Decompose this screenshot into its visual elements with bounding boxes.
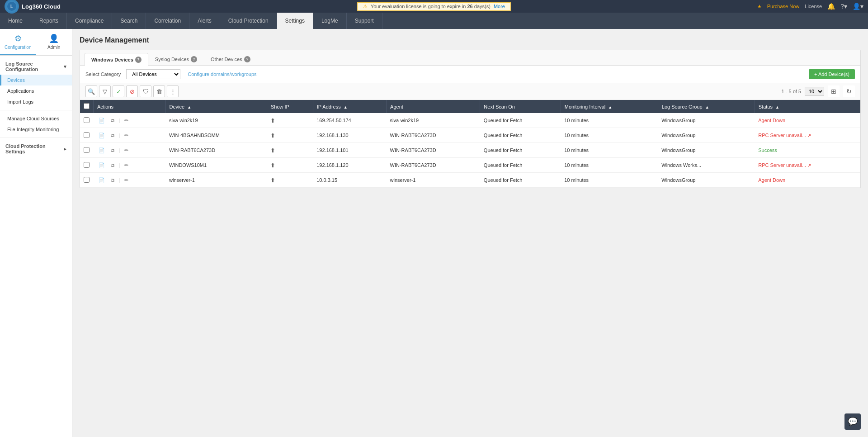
nav-tab-search[interactable]: Search — [112, 13, 146, 29]
row-device-4: winserver-1 — [165, 173, 267, 188]
row-checkbox-cell — [80, 143, 94, 158]
row-edit-btn-2[interactable]: ✏ — [122, 146, 131, 155]
row-ip-1: 192.168.1.130 — [313, 128, 386, 143]
tab-syslog-devices[interactable]: Syslog Devices ? — [148, 53, 204, 65]
row-copy-btn-1[interactable]: ⧉ — [108, 131, 117, 140]
sidebar-item-file-integrity[interactable]: File Integrity Monitoring — [0, 124, 72, 135]
tab-other-devices[interactable]: Other Devices ? — [204, 53, 257, 65]
th-next-scan: Next Scan On — [480, 100, 561, 113]
sidebar-section-header-log-source[interactable]: Log Source Configuration ▾ — [0, 58, 72, 75]
sidebar-item-import-logs[interactable]: Import Logs — [0, 96, 72, 107]
row-checkbox-4[interactable] — [84, 177, 90, 183]
column-settings-btn[interactable]: ⊞ — [828, 86, 840, 97]
th-status[interactable]: Status ▲ — [755, 100, 860, 113]
row-details-btn-1[interactable]: 📄 — [97, 131, 106, 140]
nav-tab-logme[interactable]: LogMe — [313, 13, 347, 29]
logo: L Log360 Cloud — [5, 0, 61, 14]
other-devices-help-icon[interactable]: ? — [244, 56, 250, 62]
sidebar-configuration-btn[interactable]: ⚙ Configuration — [0, 29, 36, 55]
page-size-select[interactable]: 10 25 50 — [805, 87, 824, 96]
row-edit-btn-1[interactable]: ✏ — [122, 131, 131, 140]
row-next-scan-4: Queued for Fetch — [480, 173, 561, 188]
nav-tab-compliance[interactable]: Compliance — [67, 13, 112, 29]
select-all-checkbox[interactable] — [84, 103, 90, 109]
sidebar-item-applications[interactable]: Applications — [0, 86, 72, 96]
monitoring-sort-icon: ▲ — [608, 105, 612, 109]
filter-action-btn[interactable]: ▽ — [99, 86, 111, 97]
chevron-down-icon: ▾ — [64, 64, 66, 70]
help-icon[interactable]: ?▾ — [840, 3, 847, 10]
th-device[interactable]: Device ▲ — [165, 100, 267, 113]
more-action-btn[interactable]: ⋮ — [167, 86, 179, 97]
row-ip-0: 169.254.50.174 — [313, 113, 386, 128]
row-next-scan-0: Queued for Fetch — [480, 113, 561, 128]
bell-icon[interactable]: 🔔 — [827, 3, 835, 10]
nav-tab-cloud-protection[interactable]: Cloud Protection — [220, 13, 277, 29]
row-checkbox-2[interactable] — [84, 147, 90, 153]
refresh-btn[interactable]: ↻ — [843, 86, 855, 97]
sidebar-item-devices[interactable]: Devices — [0, 75, 72, 86]
user-icon[interactable]: 👤▾ — [853, 3, 863, 10]
sidebar-item-import-logs-label: Import Logs — [7, 99, 33, 104]
nav-tab-home[interactable]: Home — [0, 13, 31, 29]
row-log-source-group-2: WindowsGroup — [658, 143, 755, 158]
purchase-now-link[interactable]: Purchase Now — [767, 4, 800, 9]
nav-tab-reports[interactable]: Reports — [31, 13, 67, 29]
tab-windows-devices[interactable]: Windows Devices ? — [85, 53, 148, 66]
row-status-text-1[interactable]: RPC Server unavail... — [758, 133, 806, 138]
row-edit-btn-3[interactable]: ✏ — [122, 161, 131, 170]
row-copy-btn-3[interactable]: ⧉ — [108, 161, 117, 170]
row-status-text-3[interactable]: RPC Server unavail... — [758, 162, 806, 168]
select-category-label: Select Category — [85, 71, 121, 77]
enable-action-btn[interactable]: ✓ — [113, 86, 124, 97]
row-checkbox-1[interactable] — [84, 132, 90, 138]
sidebar-cloud-protection-header[interactable]: Cloud Protection Settings ▸ — [0, 141, 72, 157]
row-checkbox-3[interactable] — [84, 162, 90, 168]
chat-button[interactable]: 💬 — [844, 413, 861, 430]
windows-devices-help-icon[interactable]: ? — [135, 57, 142, 63]
th-show-ip: Show IP — [267, 100, 313, 113]
row-checkbox-0[interactable] — [84, 117, 90, 123]
scan-action-btn[interactable]: 🛡 — [140, 86, 151, 97]
th-log-source-group[interactable]: Log Source Group ▲ — [658, 100, 755, 113]
external-link-icon-3[interactable]: ↗ — [807, 163, 811, 168]
sidebar-item-manage-cloud-sources[interactable]: Manage Cloud Sources — [0, 113, 72, 124]
syslog-devices-help-icon[interactable]: ? — [191, 56, 197, 62]
row-details-btn-3[interactable]: 📄 — [97, 161, 106, 170]
row-next-scan-2: Queued for Fetch — [480, 143, 561, 158]
svg-text:L: L — [10, 4, 13, 9]
search-action-btn[interactable]: 🔍 — [85, 86, 97, 97]
th-ip-address[interactable]: IP Address ▲ — [313, 100, 386, 113]
row-upload-3: ⬆ — [267, 158, 313, 173]
sidebar-admin-btn[interactable]: 👤 Admin — [36, 29, 72, 55]
external-link-icon-1[interactable]: ↗ — [807, 133, 811, 138]
row-edit-btn-4[interactable]: ✏ — [122, 176, 131, 185]
chat-icon: 💬 — [848, 417, 858, 427]
banner-more-link[interactable]: More — [494, 4, 505, 9]
row-details-btn-2[interactable]: 📄 — [97, 146, 106, 155]
row-monitoring-interval-0: 10 minutes — [561, 113, 658, 128]
th-monitoring-interval[interactable]: Monitoring Interval ▲ — [561, 100, 658, 113]
license-link[interactable]: License — [805, 4, 822, 9]
disable-action-btn[interactable]: ⊘ — [126, 86, 138, 97]
row-copy-btn-2[interactable]: ⧉ — [108, 146, 117, 155]
row-details-btn-4[interactable]: 📄 — [97, 176, 106, 185]
add-device-button[interactable]: + Add Device(s) — [809, 69, 855, 79]
row-copy-btn-0[interactable]: ⧉ — [108, 116, 117, 125]
nav-tab-correlation[interactable]: Correlation — [146, 13, 189, 29]
row-details-btn-0[interactable]: 📄 — [97, 116, 106, 125]
delete-action-btn[interactable]: 🗑 — [153, 86, 165, 97]
nav-tab-support[interactable]: Support — [347, 13, 382, 29]
row-agent-0: siva-win2k19 — [387, 113, 480, 128]
row-edit-btn-0[interactable]: ✏ — [122, 116, 131, 125]
ip-sort-icon: ▲ — [344, 105, 348, 109]
nav-tab-alerts[interactable]: Alerts — [189, 13, 220, 29]
category-select[interactable]: All Devices — [126, 69, 180, 79]
sidebar-nav: Log Source Configuration ▾ Devices Appli… — [0, 56, 72, 437]
configure-domains-link[interactable]: Configure domains/workgroups — [188, 71, 256, 77]
row-ip-3: 192.168.1.120 — [313, 158, 386, 173]
row-status-text-4: Agent Down — [758, 177, 785, 183]
row-log-source-group-3: Windows Works... — [658, 158, 755, 173]
row-copy-btn-4[interactable]: ⧉ — [108, 176, 117, 185]
nav-tab-settings[interactable]: Settings — [277, 13, 313, 29]
